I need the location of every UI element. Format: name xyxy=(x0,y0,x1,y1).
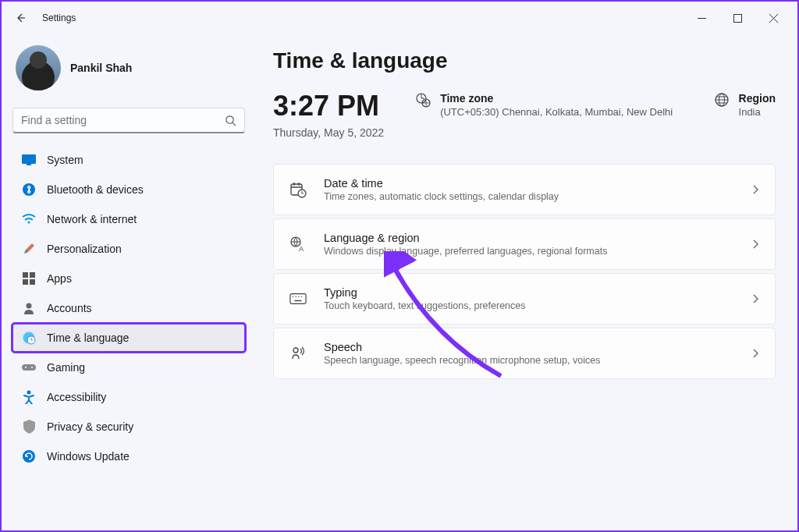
nav-time-language[interactable]: Time & language xyxy=(12,324,245,352)
svg-text:A: A xyxy=(299,245,304,253)
nav-bluetooth[interactable]: Bluetooth & devices xyxy=(12,176,245,204)
nav-label: System xyxy=(47,154,83,166)
minimize-icon xyxy=(698,14,706,23)
close-button[interactable] xyxy=(755,5,791,30)
region-block: Region India xyxy=(714,92,776,118)
nav-gaming[interactable]: Gaming xyxy=(12,353,245,381)
card-title: Speech xyxy=(324,341,734,353)
chevron-right-icon xyxy=(751,293,759,304)
timezone-value: (UTC+05:30) Chennai, Kolkata, Mumbai, Ne… xyxy=(440,106,673,118)
timezone-label: Time zone xyxy=(440,92,673,105)
svg-point-1 xyxy=(226,115,233,122)
wifi-icon xyxy=(22,212,36,226)
svg-point-17 xyxy=(23,450,35,463)
nav-network[interactable]: Network & internet xyxy=(12,205,245,233)
person-icon xyxy=(22,301,36,315)
language-icon: A xyxy=(289,236,307,253)
card-language-region[interactable]: A Language & region Windows display lang… xyxy=(273,218,776,270)
card-subtitle: Touch keyboard, text suggestions, prefer… xyxy=(324,300,734,311)
svg-point-30 xyxy=(301,296,302,297)
nav-label: Accounts xyxy=(47,302,92,314)
accessibility-icon xyxy=(22,390,36,404)
search-box[interactable] xyxy=(12,108,245,133)
nav-system[interactable]: System xyxy=(12,146,245,174)
nav-label: Personalization xyxy=(47,243,122,255)
timezone-block: Time zone (UTC+05:30) Chennai, Kolkata, … xyxy=(415,92,673,118)
nav-privacy[interactable]: Privacy & security xyxy=(12,413,245,441)
nav-label: Accessibility xyxy=(47,391,106,403)
gamepad-icon xyxy=(22,360,36,374)
nav-label: Apps xyxy=(47,272,72,285)
nav-accounts[interactable]: Accounts xyxy=(12,294,245,322)
nav-windows-update[interactable]: Windows Update xyxy=(12,442,245,470)
titlebar: Settings xyxy=(2,2,797,34)
nav-label: Gaming xyxy=(47,361,85,374)
sidebar: Pankil Shah System Bluetooth & devices N… xyxy=(2,34,251,530)
svg-point-27 xyxy=(293,296,293,297)
region-value: India xyxy=(739,106,776,118)
svg-point-28 xyxy=(296,296,297,297)
svg-rect-7 xyxy=(30,272,35,278)
card-title: Typing xyxy=(324,286,734,299)
svg-point-10 xyxy=(27,303,32,309)
chevron-right-icon xyxy=(751,239,759,250)
svg-rect-31 xyxy=(294,300,301,301)
nav-personalization[interactable]: Personalization xyxy=(12,235,245,263)
svg-rect-26 xyxy=(290,294,306,304)
svg-rect-6 xyxy=(23,272,28,278)
maximize-icon xyxy=(733,14,742,23)
nav-apps[interactable]: Apps xyxy=(12,264,245,293)
card-subtitle: Speech language, speech recognition micr… xyxy=(324,355,734,366)
profile-name: Pankil Shah xyxy=(70,62,132,74)
globe-clock-icon xyxy=(22,331,36,345)
system-icon xyxy=(22,153,36,167)
brush-icon xyxy=(22,242,36,256)
card-subtitle: Windows display language, preferred lang… xyxy=(324,246,734,257)
keyboard-icon xyxy=(289,293,307,305)
region-label: Region xyxy=(739,92,776,105)
search-input[interactable] xyxy=(21,114,225,126)
main-content: Time & language 3:27 PM Thursday, May 5,… xyxy=(251,34,797,530)
profile-block[interactable]: Pankil Shah xyxy=(12,41,245,101)
card-title: Language & region xyxy=(324,232,734,244)
svg-point-15 xyxy=(31,367,33,368)
svg-rect-13 xyxy=(22,364,36,371)
nav-label: Windows Update xyxy=(47,450,130,463)
nav-list: System Bluetooth & devices Network & int… xyxy=(12,146,245,470)
svg-point-32 xyxy=(293,348,298,353)
calendar-clock-icon xyxy=(289,181,307,198)
search-icon xyxy=(225,115,236,126)
bluetooth-icon xyxy=(22,183,36,197)
maximize-button[interactable] xyxy=(719,5,755,30)
clock-block: 3:27 PM Thursday, May 5, 2022 xyxy=(273,92,384,139)
arrow-left-icon xyxy=(14,12,27,24)
apps-icon xyxy=(22,271,36,286)
back-button[interactable] xyxy=(8,5,33,30)
nav-accessibility[interactable]: Accessibility xyxy=(12,383,245,411)
card-date-time[interactable]: Date & time Time zones, automatic clock … xyxy=(273,164,776,215)
info-row: 3:27 PM Thursday, May 5, 2022 Time zone … xyxy=(273,92,776,139)
page-title: Time & language xyxy=(273,48,776,73)
svg-rect-2 xyxy=(22,154,36,164)
svg-point-5 xyxy=(28,222,30,224)
svg-point-16 xyxy=(27,391,31,395)
minimize-button[interactable] xyxy=(684,5,719,30)
globe-clock-icon xyxy=(415,92,431,108)
svg-rect-9 xyxy=(30,279,35,285)
clock-date: Thursday, May 5, 2022 xyxy=(273,126,384,139)
svg-rect-3 xyxy=(27,164,31,165)
speech-icon xyxy=(289,345,307,362)
nav-label: Privacy & security xyxy=(47,420,133,433)
card-speech[interactable]: Speech Speech language, speech recogniti… xyxy=(273,328,776,379)
close-icon xyxy=(769,14,778,23)
clock-time: 3:27 PM xyxy=(273,92,384,120)
card-typing[interactable]: Typing Touch keyboard, text suggestions,… xyxy=(273,273,776,325)
svg-rect-0 xyxy=(733,14,741,22)
svg-point-14 xyxy=(25,367,27,368)
nav-label: Bluetooth & devices xyxy=(47,183,144,196)
nav-label: Network & internet xyxy=(47,213,137,225)
globe-icon xyxy=(714,92,730,108)
chevron-right-icon xyxy=(751,184,759,195)
update-icon xyxy=(22,449,36,463)
card-title: Date & time xyxy=(324,177,734,190)
